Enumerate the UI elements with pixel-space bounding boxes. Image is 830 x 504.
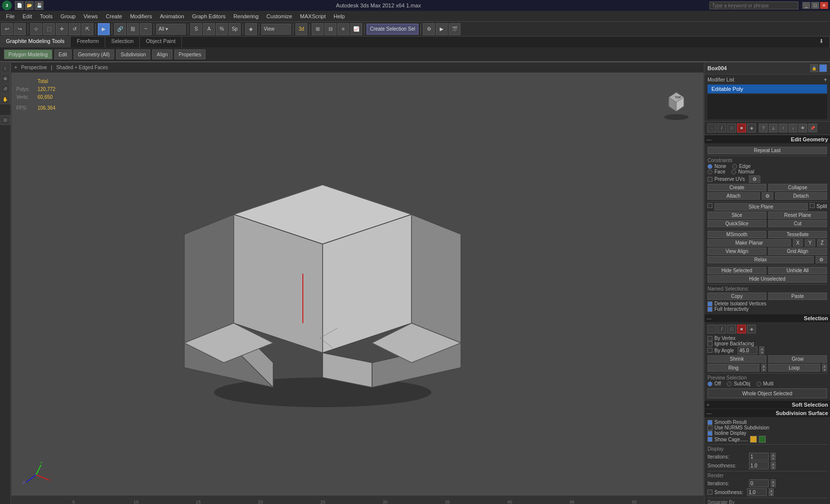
show-cage-cb[interactable] [707,437,712,442]
layer-btn[interactable]: ≡ [337,23,349,35]
left-arc-rotate-btn[interactable]: ⊙ [0,115,10,125]
render-setup-btn[interactable]: ⚙ [423,23,435,35]
paste-btn[interactable]: Paste [768,293,827,300]
subobj-element-btn[interactable]: ◈ [747,124,756,132]
ignore-backfacing-cb[interactable] [707,341,712,346]
stack-up-btn[interactable]: ↑ [779,124,788,132]
menu-tools[interactable]: Tools [36,12,57,20]
menu-rendering[interactable]: Rendering [230,12,263,20]
viewport-perspective[interactable]: Perspective [21,65,47,70]
z-btn[interactable]: Z [817,239,827,247]
stack-down-btn[interactable]: ↓ [788,124,797,132]
select-region-btn[interactable]: ⬚ [43,23,55,35]
render-btn[interactable]: ▶ [436,23,448,35]
slice-btn[interactable]: Slice [707,211,766,219]
render-iterations-input[interactable] [749,479,769,487]
smooth-disp-down[interactable]: ▼ [771,465,776,469]
hide-unselected-btn[interactable]: Hide Unselected [707,275,827,283]
constraint-normal-radio[interactable] [731,169,736,174]
menu-group[interactable]: Group [56,12,80,20]
navigation-cube[interactable]: TOP [659,87,694,123]
slice-plane-btn[interactable]: Slice Plane [714,203,808,210]
loop-up-btn[interactable]: ▲ [822,364,827,368]
preview-subobj-radio[interactable] [727,381,732,386]
save-btn[interactable]: 💾 [35,1,43,10]
menu-animation[interactable]: Animation [156,12,188,20]
sel-poly-icon[interactable]: ■ [737,325,746,334]
select-mode-btn[interactable]: ▶ [98,23,110,35]
ribbon-sub-subdivision[interactable]: Subdivision [116,49,150,59]
angle-up-btn[interactable]: ▲ [759,346,764,350]
sel-edge-icon[interactable]: / [717,325,726,334]
ribbon-sub-polygon-modeling[interactable]: Polygon Modeling [4,49,52,59]
angle-down-btn[interactable]: ▼ [759,350,764,354]
relax-settings-btn[interactable]: ⚙ [816,256,827,263]
iterations-display-input[interactable] [749,453,769,461]
preview-multi-radio[interactable] [756,381,761,386]
viewport[interactable]: Total Polys: 120,772 Verts: 60,650 FPS: … [11,73,704,504]
iter-disp-down[interactable]: ▼ [771,457,776,461]
menu-modifiers[interactable]: Modifiers [126,12,156,20]
render-frame-btn[interactable]: 🎬 [449,23,460,35]
smoothness-display-input[interactable] [749,462,769,469]
left-pan-btn[interactable]: ✋ [0,94,10,104]
modifier-editable-poly[interactable]: Editable Poly [707,84,827,93]
smooth-result-cb[interactable] [707,420,712,425]
move-btn[interactable]: ✛ [56,23,68,35]
menu-create[interactable]: Create [102,12,126,20]
filter-dropdown[interactable]: All ▾ [156,24,186,35]
render-smoothness-input[interactable] [747,488,767,496]
unhide-all-btn[interactable]: Unhide All [768,267,827,274]
percent-snap-btn[interactable]: % [216,23,228,35]
open-btn[interactable]: 📂 [25,1,34,10]
spinner-snap-btn[interactable]: Sp [229,23,241,35]
loop-btn[interactable]: Loop [768,364,820,372]
curve-editor-btn[interactable]: 📈 [350,23,362,35]
subobj-poly-btn[interactable]: ■ [737,124,746,132]
ribbon-tab-expand[interactable]: ⬇ [813,37,830,47]
scale-btn[interactable]: ⇱ [82,23,93,35]
isoline-cb[interactable] [707,431,712,436]
subobj-border-btn[interactable]: □ [727,124,736,132]
reset-plane-btn[interactable]: Reset Plane [768,211,827,219]
sel-border-icon[interactable]: □ [727,325,736,334]
make-planar-btn[interactable]: Make Planar [707,239,791,247]
left-rotate-view-btn[interactable]: ↺ [0,84,10,94]
close-button[interactable]: ✕ [820,2,828,9]
preserve-uvs-cb[interactable] [707,177,712,182]
stack-show-btn[interactable]: 👁 [798,124,807,132]
relax-btn[interactable]: Relax [707,256,814,263]
ribbon-sub-edit[interactable]: Edit [54,49,72,59]
create-btn[interactable]: Create [707,184,766,191]
constraint-edge-radio[interactable] [732,164,737,169]
view-dropdown[interactable]: View [261,24,291,35]
link-btn[interactable]: 🔗 [114,23,126,35]
create-selection-btn[interactable]: Create Selection Sel [367,24,418,35]
msmooth-btn[interactable]: MSmooth [707,231,766,238]
ribbon-tab-graphite[interactable]: Graphite Modeling Tools [0,37,71,47]
color-btn[interactable] [819,64,827,72]
quickslice-btn[interactable]: QuickSlice [707,220,766,227]
ribbon-tab-selection[interactable]: Selection [105,37,140,47]
undo-btn[interactable]: ↩ [1,23,13,35]
maximize-button[interactable]: □ [811,2,819,9]
ring-btn[interactable]: Ring [707,364,759,372]
stack-bottom-btn[interactable]: ⊥ [769,124,778,132]
menu-customize[interactable]: Customize [262,12,296,20]
3d-snap-btn[interactable]: 3d [295,23,307,35]
ring-up-btn[interactable]: ▲ [761,364,766,368]
render-smooth-up[interactable]: ▲ [769,488,774,492]
selection-header[interactable]: — Selection [705,314,830,322]
mirror-btn[interactable]: ⊞ [312,23,324,35]
lock-btn[interactable]: 🔒 [810,64,818,72]
by-vertex-cb[interactable] [707,336,712,341]
redo-btn[interactable]: ↪ [14,23,26,35]
detach-btn[interactable]: Detach [775,192,828,200]
copy-btn[interactable]: Copy [707,293,766,300]
rotate-btn[interactable]: ↺ [69,23,81,35]
ribbon-tab-object-paint[interactable]: Object Paint [140,37,182,47]
preview-off-radio[interactable] [707,381,712,386]
delete-isolated-cb[interactable] [707,301,712,306]
ribbon-sub-align[interactable]: Align [152,49,172,59]
select-btn[interactable]: ⊹ [30,23,42,35]
